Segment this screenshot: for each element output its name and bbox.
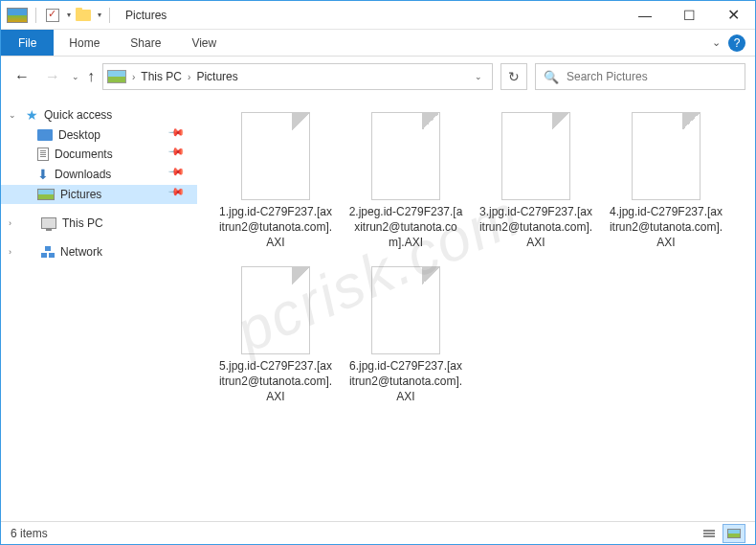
file-icon <box>632 112 700 200</box>
refresh-button[interactable]: ↻ <box>500 63 527 90</box>
minimize-button[interactable]: — <box>623 1 667 30</box>
item-count: 6 items <box>11 527 48 540</box>
file-list[interactable]: 1.jpg.id-C279F237.[axitrun2@tutanota.com… <box>197 97 755 521</box>
tab-view[interactable]: View <box>176 30 232 56</box>
tab-home[interactable]: Home <box>54 30 115 56</box>
forward-button[interactable]: → <box>41 65 64 88</box>
chevron-down-icon: ▾ <box>67 11 71 19</box>
file-name: 4.jpg.id-C279F237.[axitrun2@tutanota.com… <box>609 204 723 251</box>
expand-icon[interactable]: › <box>9 218 20 228</box>
sidebar-item-label: Downloads <box>55 168 111 181</box>
collapse-icon[interactable]: ⌄ <box>9 110 20 120</box>
sidebar-item-label: Documents <box>55 148 113 161</box>
pin-icon: 📌 <box>167 183 191 207</box>
sidebar-item-desktop[interactable]: Desktop 📌 <box>1 125 197 145</box>
quick-access-label: Quick access <box>44 108 112 122</box>
file-name: 3.jpg.id-C279F237.[axitrun2@tutanota.com… <box>478 204 593 251</box>
file-name: 5.jpg.id-C279F237.[axitrun2@tutanota.com… <box>218 358 333 405</box>
file-icon <box>241 112 310 200</box>
new-folder-button[interactable] <box>75 7 92 24</box>
file-icon <box>371 112 440 200</box>
file-name: 2.jpeg.id-C279F237.[axitrun2@tutanota.co… <box>348 204 463 251</box>
network-label: Network <box>60 245 102 259</box>
sidebar-item-documents[interactable]: Documents 📌 <box>1 145 197 164</box>
sidebar-network[interactable]: › Network <box>1 242 197 261</box>
tab-share[interactable]: Share <box>115 30 176 56</box>
file-icon <box>371 266 440 354</box>
maximize-button[interactable]: ☐ <box>667 1 711 30</box>
chevron-right-icon[interactable]: › <box>132 72 135 82</box>
chevron-right-icon[interactable]: › <box>188 72 190 82</box>
this-pc-label: This PC <box>62 216 103 230</box>
pin-icon: 📌 <box>167 143 191 167</box>
file-name: 6.jpg.id-C279F237.[axitrun2@tutanota.com… <box>348 358 463 405</box>
up-button[interactable]: ↑ <box>87 68 95 85</box>
pictures-icon <box>37 189 55 200</box>
file-name: 1.jpg.id-C279F237.[axitrun2@tutanota.com… <box>218 204 333 251</box>
customize-qat[interactable]: ▾ <box>98 11 101 19</box>
pc-icon <box>41 217 56 229</box>
pin-icon: 📌 <box>167 163 191 187</box>
quick-access-toolbar: ▾ ▾ Pictures <box>1 7 167 24</box>
file-icon <box>241 266 310 354</box>
navigation-pane: ⌄ ★ Quick access Desktop 📌 Documents 📌 ⬇… <box>1 97 197 521</box>
properties-toggle[interactable] <box>44 7 61 24</box>
search-box[interactable]: 🔍 <box>535 63 745 90</box>
recent-locations[interactable]: ⌄ <box>72 72 79 81</box>
separator <box>35 8 36 23</box>
status-bar: 6 items <box>1 521 755 544</box>
sidebar-item-downloads[interactable]: ⬇ Downloads 📌 <box>1 164 197 185</box>
close-button[interactable]: ✕ <box>711 1 755 30</box>
app-icon <box>7 8 28 23</box>
document-icon <box>37 148 49 161</box>
file-item[interactable]: 3.jpg.id-C279F237.[axitrun2@tutanota.com… <box>473 106 599 257</box>
sidebar-item-pictures[interactable]: Pictures 📌 <box>1 185 197 204</box>
file-menu[interactable]: File <box>1 30 54 56</box>
desktop-icon <box>37 129 53 141</box>
address-bar[interactable]: › This PC › Pictures ⌄ <box>102 63 493 90</box>
file-item[interactable]: 1.jpg.id-C279F237.[axitrun2@tutanota.com… <box>212 106 339 257</box>
titlebar: ▾ ▾ Pictures — ☐ ✕ <box>1 1 755 30</box>
sidebar-this-pc[interactable]: › This PC <box>1 214 197 233</box>
window-title: Pictures <box>125 9 167 22</box>
file-item[interactable]: 2.jpeg.id-C279F237.[axitrun2@tutanota.co… <box>343 106 469 257</box>
help-button[interactable]: ? <box>728 34 745 52</box>
pin-icon: 📌 <box>167 124 191 148</box>
main-area: ⌄ ★ Quick access Desktop 📌 Documents 📌 ⬇… <box>1 97 755 521</box>
breadcrumb-pictures[interactable]: Pictures <box>196 70 237 83</box>
sidebar-item-label: Desktop <box>58 128 100 142</box>
icons-view-button[interactable] <box>723 524 745 543</box>
expand-icon[interactable]: › <box>9 247 20 257</box>
details-view-button[interactable] <box>698 524 721 543</box>
star-icon: ★ <box>26 107 38 123</box>
sidebar-quick-access[interactable]: ⌄ ★ Quick access <box>1 104 197 125</box>
expand-ribbon-icon[interactable]: ⌄ <box>712 36 721 49</box>
breadcrumb-this-pc[interactable]: This PC <box>141 70 182 83</box>
search-icon: 🔍 <box>544 70 559 84</box>
separator <box>109 8 110 23</box>
window-controls: — ☐ ✕ <box>623 1 755 30</box>
navigation-bar: ← → ⌄ ↑ › This PC › Pictures ⌄ ↻ 🔍 <box>1 57 755 97</box>
address-dropdown[interactable]: ⌄ <box>469 72 488 81</box>
location-icon <box>107 70 126 83</box>
network-icon <box>41 246 55 258</box>
download-icon: ⬇ <box>37 167 49 182</box>
file-icon <box>501 112 570 200</box>
ribbon: File Home Share View ⌄ ? <box>1 30 755 57</box>
sidebar-item-label: Pictures <box>60 188 101 201</box>
search-input[interactable] <box>567 70 737 83</box>
back-button[interactable]: ← <box>11 65 33 88</box>
file-item[interactable]: 5.jpg.id-C279F237.[axitrun2@tutanota.com… <box>212 261 339 411</box>
file-item[interactable]: 6.jpg.id-C279F237.[axitrun2@tutanota.com… <box>343 261 469 411</box>
file-item[interactable]: 4.jpg.id-C279F237.[axitrun2@tutanota.com… <box>603 106 729 257</box>
